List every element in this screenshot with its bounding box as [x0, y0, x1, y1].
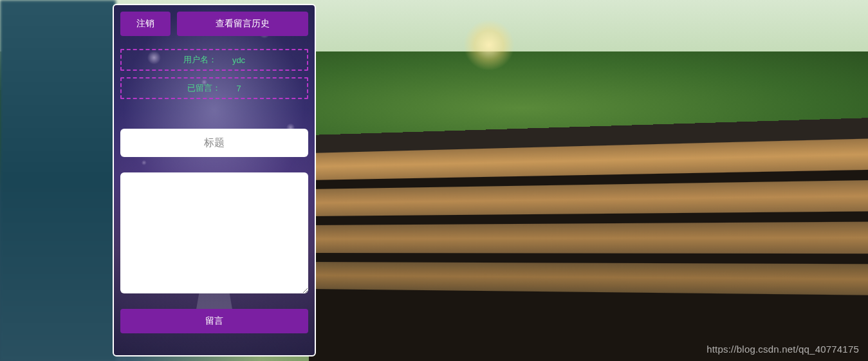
username-info-box: 用户名： ydc [120, 49, 308, 71]
username-value: ydc [232, 55, 245, 65]
submit-message-button[interactable]: 留言 [120, 309, 308, 333]
logout-button[interactable]: 注销 [120, 12, 171, 36]
message-panel: 注销 查看留言历史 用户名： ydc 已留言： 7 留言 [113, 4, 316, 356]
view-history-button[interactable]: 查看留言历史 [177, 12, 308, 36]
message-count-info-box: 已留言： 7 [120, 77, 308, 99]
top-button-row: 注销 查看留言历史 [120, 12, 308, 36]
message-count-value: 7 [236, 84, 241, 93]
username-label: 用户名： [183, 54, 217, 66]
bg-sun-flare [463, 19, 515, 71]
message-textarea[interactable] [120, 172, 308, 293]
message-count-label: 已留言： [187, 82, 221, 94]
watermark-text: https://blog.csdn.net/qq_40774175 [706, 344, 859, 355]
bg-bench [309, 115, 868, 361]
title-input[interactable] [120, 129, 308, 157]
bg-left-blur [0, 0, 116, 361]
spacer [120, 106, 308, 129]
